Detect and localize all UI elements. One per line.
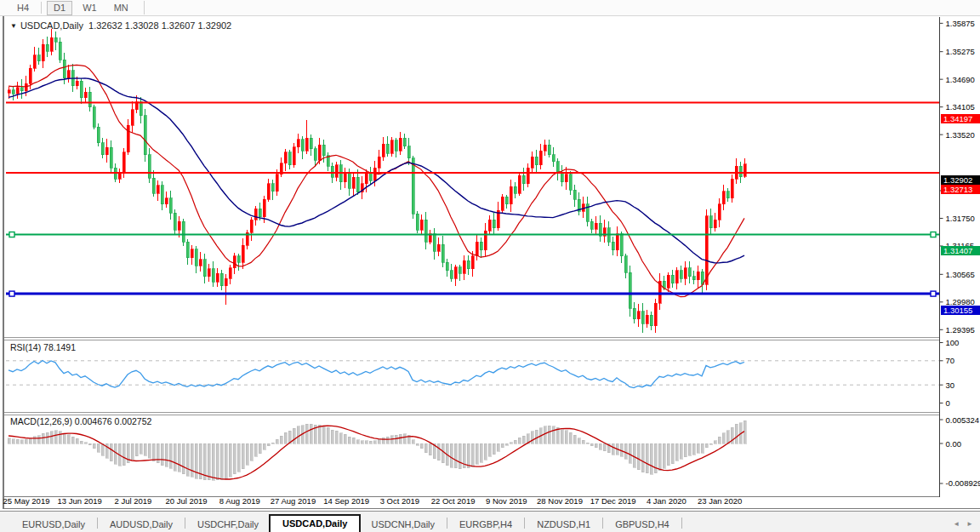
tab-separator [97,518,98,529]
svg-text:0: 0 [946,398,950,408]
tab-usdchf-daily[interactable]: USDCHF,Daily [187,517,269,532]
support-price-tag[interactable]: 1.31407 [941,246,980,255]
svg-text:4 Jan 2020: 4 Jan 2020 [647,496,687,506]
tab-separator [602,518,603,529]
svg-text:0.005324: 0.005324 [946,415,980,425]
svg-text:13 Jun 2019: 13 Jun 2019 [58,496,102,506]
timeframe-h4-button[interactable]: H4 [10,1,36,15]
svg-text:8 Aug 2019: 8 Aug 2019 [219,496,260,506]
svg-text:30: 30 [946,380,955,390]
svg-text:1.34690: 1.34690 [946,75,975,84]
svg-text:27 Aug 2019: 27 Aug 2019 [271,496,316,506]
svg-text:2 Jul 2019: 2 Jul 2019 [114,496,151,506]
svg-text:1.30565: 1.30565 [946,270,975,279]
timeframe-toolbar: H4 D1 W1 MN [0,0,980,16]
svg-text:14 Sep 2019: 14 Sep 2019 [323,496,369,506]
svg-text:1.35275: 1.35275 [946,47,975,56]
symbol-tab-bar: EURUSD,Daily AUDUSD,Daily USDCHF,Daily U… [0,511,980,532]
resistance-price-tag[interactable]: 1.34197 [941,114,980,123]
toolbar-separator [144,1,145,14]
svg-text:20 Jul 2019: 20 Jul 2019 [166,496,208,506]
svg-text:1.34105: 1.34105 [946,102,975,112]
chart-ohlc-values: 1.32632 1.33028 1.32607 1.32902 [88,20,231,31]
tab-separator [681,518,682,529]
timeframe-d1-button[interactable]: D1 [47,1,72,15]
chart-collapse-icon[interactable]: ▼ [10,22,17,30]
svg-text:1.31750: 1.31750 [946,214,975,223]
tab-usdcnh-daily[interactable]: USDCNH,Daily [361,517,445,532]
tab-separator [524,518,525,529]
svg-text:17 Dec 2019: 17 Dec 2019 [590,496,636,506]
svg-text:9 Nov 2019: 9 Nov 2019 [486,496,527,506]
tab-eurgbp-h4[interactable]: EURGBP,H4 [449,517,522,532]
svg-text:1.35875: 1.35875 [946,19,975,28]
svg-text:28 Nov 2019: 28 Nov 2019 [537,496,583,506]
tab-gbpusd-h4[interactable]: GBPUSD,H4 [605,517,680,532]
chart-window: 1.358751.352751.346901.341051.335201.323… [0,16,980,510]
trading-terminal: { "toolbar": { "buttons": [ {"label": "H… [0,0,980,532]
tab-nzdusd-h1[interactable]: NZDUSD,H1 [527,517,601,532]
current-price-tag: 1.32902 [941,175,980,185]
rsi-indicator-label: RSI(14) 78.1491 [10,342,76,352]
svg-text:23 Jan 2020: 23 Jan 2020 [698,496,742,506]
chart-symbol-label: USDCAD,Daily [20,20,83,31]
chart-canvas[interactable]: 1.358751.352751.346901.341051.335201.323… [0,16,980,510]
svg-text:-0.008929: -0.008929 [946,478,980,488]
tabs-scroll-right-icon[interactable]: ► [966,520,980,532]
tabs-scroll-left-icon[interactable]: ◄ [953,520,966,532]
support-price-tag[interactable]: 1.30155 [941,306,980,315]
svg-text:1.33520: 1.33520 [946,130,975,140]
macd-indicator-label: MACD(12,26,9) 0.004676 0.002752 [10,416,151,426]
svg-text:70: 70 [946,356,955,365]
tab-eurusd-daily[interactable]: EURUSD,Daily [12,517,95,532]
svg-text:3 Oct 2019: 3 Oct 2019 [380,496,419,506]
tab-usdcad-daily[interactable]: USDCAD,Daily [269,514,361,532]
svg-text:1.29395: 1.29395 [946,325,975,335]
svg-text:22 Oct 2019: 22 Oct 2019 [431,496,476,506]
tab-separator [185,518,185,529]
toolbar-separator [41,2,42,14]
chart-title: ▼USDCAD,Daily 1.32632 1.33028 1.32607 1.… [10,20,231,31]
resistance-price-tag[interactable]: 1.32713 [941,185,980,194]
timeframe-mn-button[interactable]: MN [107,1,135,15]
tab-separator [447,518,447,529]
timeframe-w1-button[interactable]: W1 [76,1,104,15]
svg-text:25 May 2019: 25 May 2019 [3,496,50,506]
tab-audusd-daily[interactable]: AUDUSD,Daily [100,517,183,532]
svg-text:100: 100 [946,338,960,347]
svg-text:0.00: 0.00 [946,439,962,449]
